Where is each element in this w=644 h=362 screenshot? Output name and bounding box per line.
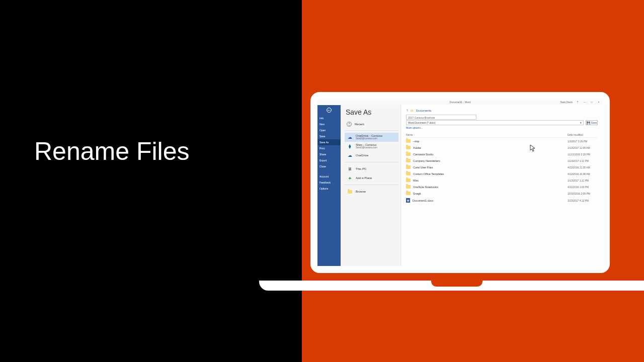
backstage-item-export[interactable]: Export — [317, 157, 341, 163]
close-button[interactable]: × — [597, 101, 601, 104]
slide-title: Rename Files — [34, 137, 189, 166]
save-button-label: Save — [591, 121, 597, 124]
back-arrow-icon: ← — [327, 108, 332, 113]
backstage-item-print[interactable]: Print — [317, 145, 341, 151]
minimize-button[interactable]: — — [583, 101, 587, 104]
titlebar: Document1 - Word Sara Davis ? — □ × — [317, 99, 603, 105]
file-date: 11/11/2016 2:18 PM — [568, 153, 598, 156]
file-browser-panel: ↑ 🗀 Documents 2017-Contoso-Brochure Word… — [401, 105, 603, 266]
file-date: 1/13/2017 11:09 AM — [568, 146, 598, 149]
folder-row[interactable]: Camtasia Studio11/11/2016 2:18 PM — [406, 151, 598, 157]
backstage-item-close[interactable]: Close — [317, 163, 341, 169]
page-heading: Save As — [345, 108, 398, 116]
folder-icon — [406, 185, 411, 189]
location-label: Add a Place — [356, 176, 372, 180]
backstage-item-account[interactable]: Account — [317, 173, 341, 179]
more-options-link[interactable]: More options... — [406, 126, 598, 129]
folder-row[interactable]: ~tmp1/3/2017 3:26 PM — [406, 138, 598, 144]
back-button[interactable]: ← — [317, 105, 341, 115]
file-name: Snagit — [413, 192, 421, 195]
save-locations-panel: Save As ⌚Recent☁OneDrive - ContosoSaraD@… — [341, 105, 401, 266]
plus-icon: ＋ — [347, 175, 353, 181]
location-sublabel: SaraD@contoso.com — [356, 147, 377, 149]
word-doc-icon: W — [406, 198, 410, 203]
window-title: Document1 - Word — [450, 101, 471, 104]
location-onedrive-contoso[interactable]: ☁OneDrive - ContosoSaraD@contoso.com — [345, 133, 398, 142]
folder-row[interactable]: Company Newsletters1/13/2017 1:11 PM — [406, 157, 598, 164]
file-date: 4/22/2016 11:35 AM — [568, 166, 598, 169]
maximize-button[interactable]: □ — [590, 101, 594, 104]
column-name[interactable]: Name ↑ — [406, 133, 568, 136]
file-date: 1/23/2017 4:12 PM — [568, 199, 598, 202]
backstage-item-feedback[interactable]: Feedback — [317, 179, 341, 186]
location-sites-contoso[interactable]: ⧫Sites - ContosoSaraD@contoso.com — [345, 142, 398, 151]
file-name: Custom Office Templates — [413, 172, 444, 175]
location-sublabel: SaraD@contoso.com — [356, 138, 382, 140]
file-name: Corel User Files — [413, 166, 433, 169]
file-date: 4/21/2016 1:23 PM — [568, 186, 598, 189]
cloud-icon: ☁ — [347, 152, 353, 158]
backstage-sidebar: ← InfoNewOpenSaveSave AsPrintShareExport… — [317, 105, 341, 266]
folder-row[interactable]: Corel User Files4/22/2016 11:35 AM — [406, 164, 598, 170]
save-button[interactable]: 💾 Save — [586, 120, 598, 125]
folder-icon — [406, 152, 411, 156]
word-backstage-window: Document1 - Word Sara Davis ? — □ × ← In… — [317, 99, 603, 266]
location-label: OneDrive — [356, 154, 368, 157]
backstage-item-open[interactable]: Open — [317, 127, 341, 133]
folder-icon — [406, 178, 411, 182]
breadcrumb-folder[interactable]: Documents — [416, 109, 431, 112]
file-name: Document1.docx — [413, 199, 433, 202]
file-name: Company Newsletters — [413, 159, 440, 162]
folder-row[interactable]: Custom Office Templates4/22/2016 10:38 A… — [406, 170, 598, 177]
cloud-icon: ☁ — [347, 134, 353, 140]
location-label: Recent — [355, 123, 364, 126]
backstage-item-share[interactable]: Share — [317, 151, 341, 157]
folder-icon — [406, 192, 411, 195]
file-date: 1/13/2017 1:11 PM — [568, 159, 598, 162]
filetype-value: Word Document (*.docx) — [408, 120, 436, 125]
folder-row[interactable]: Snagit10/10/2016 2:09 PM — [406, 190, 598, 197]
column-date[interactable]: Date modified — [568, 133, 598, 136]
signed-in-user: Sara Davis — [560, 101, 573, 104]
location-browse[interactable]: Browse — [345, 187, 398, 196]
breadcrumb[interactable]: ↑ 🗀 Documents — [406, 108, 598, 113]
folder-icon — [406, 165, 411, 169]
file-name: Camtasia Studio — [413, 153, 433, 156]
location-recent[interactable]: ⌚Recent — [345, 120, 398, 128]
sharepoint-icon: ⧫ — [347, 143, 353, 149]
file-list-header: Name ↑ Date modified — [406, 132, 598, 138]
file-name: ~tmp — [413, 140, 419, 143]
help-button[interactable]: ? — [576, 101, 580, 104]
file-row[interactable]: WDocument1.docx1/23/2017 4:12 PM — [406, 197, 598, 204]
filetype-dropdown[interactable]: Word Document (*.docx) ▾ — [406, 120, 584, 125]
folder-icon — [347, 189, 353, 195]
save-disk-icon: 💾 — [587, 121, 590, 125]
up-arrow-icon[interactable]: ↑ — [406, 108, 408, 113]
laptop-frame: Document1 - Word Sara Davis ? — □ × ← In… — [310, 92, 610, 273]
folder-icon — [406, 146, 411, 149]
folder-icon: 🗀 — [411, 109, 414, 112]
folder-row[interactable]: Misc1/13/2017 1:11 PM — [406, 177, 598, 184]
clock-icon: ⌚ — [347, 122, 352, 127]
location-label: Browse — [356, 190, 366, 194]
backstage-item-options[interactable]: Options — [317, 186, 341, 192]
folder-icon — [406, 159, 411, 162]
backstage-item-info[interactable]: Info — [317, 115, 341, 121]
backstage-item-save[interactable]: Save — [317, 133, 341, 139]
file-name: OneNote Notebooks — [413, 186, 438, 189]
file-name: Adobe — [413, 146, 421, 149]
location-onedrive[interactable]: ☁OneDrive — [345, 151, 398, 160]
folder-row[interactable]: Adobe1/13/2017 11:09 AM — [406, 144, 598, 151]
file-name: Misc — [413, 179, 419, 182]
file-date: 1/13/2017 1:11 PM — [568, 179, 598, 182]
backstage-item-save-as[interactable]: Save As — [317, 139, 341, 145]
file-date: 4/22/2016 10:38 AM — [568, 172, 598, 175]
location-this-pc[interactable]: 🖥This PC — [345, 164, 398, 173]
backstage-item-new[interactable]: New — [317, 121, 341, 127]
location-add-a-place[interactable]: ＋Add a Place — [345, 173, 398, 183]
folder-icon — [406, 172, 411, 175]
filename-input[interactable]: 2017-Contoso-Brochure — [406, 115, 476, 120]
file-date: 1/3/2017 3:26 PM — [568, 140, 598, 143]
folder-row[interactable]: OneNote Notebooks4/21/2016 1:23 PM — [406, 184, 598, 190]
monitor-icon: 🖥 — [347, 166, 353, 172]
